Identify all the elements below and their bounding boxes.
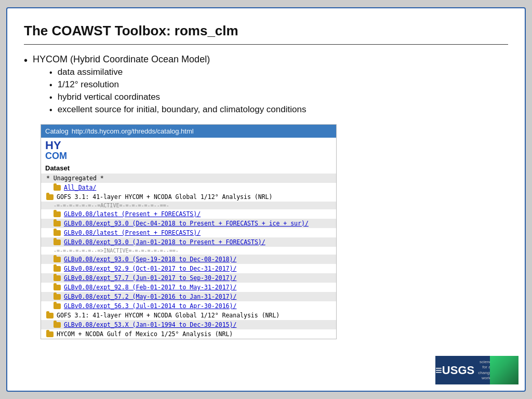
catalog-row: -=-=-=-=-=-=--=>INACTIVE=-=-=-=-=-=--==- xyxy=(41,247,336,255)
catalog-row: * Unaggregated * xyxy=(41,174,336,183)
catalog-row[interactable]: GLBv0.08/expt_53.X (Jan-01-1994 to Dec-3… xyxy=(41,320,336,329)
catalog-row: HYCOM + NCODA Gulf of Mexico 1/25° Analy… xyxy=(41,329,336,339)
catalog-row: GOFS 3.1: 41-layer HYCOM + NCODA Global … xyxy=(41,192,336,202)
folder-icon xyxy=(54,294,61,300)
folder-icon xyxy=(54,230,61,236)
folder-icon xyxy=(54,322,61,328)
catalog-row[interactable]: GLBu0.08/expt_93.0 (Sep-19-2018 to Dec-0… xyxy=(41,255,336,264)
dataset-label: Dataset xyxy=(41,163,336,174)
folder-icon xyxy=(54,275,61,281)
hycom-label: HYCOM (Hybrid Coordinate Ocean Model) xyxy=(33,54,210,64)
sub-bullet-hybrid: • hybrid vertical coordinates xyxy=(49,92,306,102)
catalog-row: GOFS 3.1: 41-layer HYCOM + NCODA Global … xyxy=(41,311,336,320)
catalog-row: -=-=-=-=-=-=--=ACTIVE=-=-=-=-=-=--==- xyxy=(41,202,336,209)
catalog-row[interactable]: GLBv0.08/expt_92.9 (Oct-01-2017 to Dec-3… xyxy=(41,264,336,273)
catalog-row[interactable]: GLBv0.08/latest (Present + FORECASTS)/ xyxy=(41,209,336,219)
catalog-row[interactable]: GLBv0.08/expt_57.2 (May-01-2016 to Jan-3… xyxy=(41,292,336,301)
hycom-hy: HY xyxy=(45,139,61,152)
catalog-link[interactable]: GLBu0.08/expt_93.0 (Sep-19-2018 to Dec-0… xyxy=(64,256,236,263)
catalog-text: HYCOM + NCODA Gulf of Mexico 1/25° Analy… xyxy=(57,330,233,338)
catalog-row[interactable]: GLBv0.08/expt_57.7 (Jun-01-2017 to Sep-3… xyxy=(41,273,336,283)
catalog-url-link[interactable]: http://tds.hycom.org/thredds/catalog.htm… xyxy=(72,127,194,135)
sub-bullet-source: • excellent source for initial, boundary… xyxy=(49,104,306,115)
catalog-link[interactable]: GLBv0.08/expt_57.2 (May-01-2016 to Jan-3… xyxy=(64,293,236,300)
usgs-right-decor xyxy=(490,356,518,384)
bullet-item-hycom: • HYCOM (Hybrid Coordinate Ocean Model) … xyxy=(24,54,508,117)
folder-icon xyxy=(54,266,61,272)
catalog-text: GOFS 3.1: 41-layer HYCOM + NCODA Global … xyxy=(57,312,280,319)
slide-container: The COAWST Toolbox: roms_clm • HYCOM (Hy… xyxy=(6,7,526,392)
catalog-link[interactable]: GLBv0.08/expt_93.0 (Jan-01-2018 to Prese… xyxy=(64,238,265,246)
catalog-row[interactable]: GLBv0.08/expt_92.8 (Feb-01-2017 to May-3… xyxy=(41,283,336,292)
catalog-link[interactable]: GLBv0.08/latest (Present + FORECASTS)/ xyxy=(64,210,201,218)
catalog-label: Catalog xyxy=(45,127,69,135)
folder-icon xyxy=(54,221,61,227)
catalog-link[interactable]: GLBv0.08/expt_57.7 (Jun-01-2017 to Sep-3… xyxy=(64,274,236,282)
folder-icon xyxy=(54,285,61,290)
folder-icon xyxy=(54,303,61,309)
catalog-row[interactable]: All_Data/ xyxy=(41,183,336,192)
catalog-link[interactable]: GLBv0.08/expt_93.0 (Dec-04-2018 to Prese… xyxy=(64,220,309,227)
catalog-link[interactable]: All_Data/ xyxy=(64,184,96,191)
catalog-link[interactable]: GLBv0.08/expt_53.X (Jan-01-1994 to Dec-3… xyxy=(64,321,236,328)
catalog-body: * Unaggregated *All_Data/GOFS 3.1: 41-la… xyxy=(41,174,336,339)
catalog-text: -=-=-=-=-=-=--=ACTIVE=-=-=-=-=-=--==- xyxy=(54,203,169,208)
sub-bullet-dot: • xyxy=(49,93,52,102)
sub-bullet-dot: • xyxy=(49,105,52,115)
bullet-dot: • xyxy=(24,55,28,66)
catalog-link[interactable]: GLBv0.08/expt_56.3 (Jul-01-2014 to Apr-3… xyxy=(64,302,236,310)
catalog-text: * Unaggregated * xyxy=(46,175,104,182)
hycom-com: COM xyxy=(45,151,67,161)
folder-icon xyxy=(54,185,61,191)
folder-icon xyxy=(54,257,61,262)
folder-icon xyxy=(46,313,54,318)
catalog-row[interactable]: GLBv0.08/latest (Present + FORECASTS)/ xyxy=(41,228,336,237)
hycom-logo-row: HYCOM xyxy=(41,138,336,163)
catalog-text: GOFS 3.1: 41-layer HYCOM + NCODA Global … xyxy=(57,193,272,201)
usgs-badge: ≡USGS science for a changing world xyxy=(435,356,518,384)
hycom-catalog-bar: Catalog http://tds.hycom.org/thredds/cat… xyxy=(41,125,336,138)
sub-bullet-resolution: • 1/12° resolution xyxy=(49,79,306,90)
catalog-link[interactable]: GLBv0.08/expt_92.9 (Oct-01-2017 to Dec-3… xyxy=(64,265,236,272)
sub-bullet-list: • data assimilative • 1/12° resolution •… xyxy=(49,67,306,115)
sub-bullet-dot: • xyxy=(49,81,52,90)
folder-icon xyxy=(54,240,61,245)
catalog-link[interactable]: GLBv0.08/latest (Present + FORECASTS)/ xyxy=(64,229,201,236)
catalog-link[interactable]: GLBv0.08/expt_92.8 (Feb-01-2017 to May-3… xyxy=(64,284,236,291)
usgs-text: ≡USGS xyxy=(435,364,474,377)
folder-icon xyxy=(54,211,61,217)
folder-icon xyxy=(46,331,54,337)
folder-icon xyxy=(46,194,54,200)
slide-title: The COAWST Toolbox: roms_clm xyxy=(24,23,508,45)
catalog-row[interactable]: GLBv0.08/expt_93.0 (Dec-04-2018 to Prese… xyxy=(41,219,336,228)
catalog-row[interactable]: GLBv0.08/expt_93.0 (Jan-01-2018 to Prese… xyxy=(41,237,336,247)
hycom-logo: HYCOM xyxy=(45,140,67,161)
sub-bullet-assimilative: • data assimilative xyxy=(49,67,306,77)
catalog-row[interactable]: GLBv0.08/expt_56.3 (Jul-01-2014 to Apr-3… xyxy=(41,301,336,311)
main-bullet-list: • HYCOM (Hybrid Coordinate Ocean Model) … xyxy=(24,54,508,117)
hycom-section: Catalog http://tds.hycom.org/thredds/cat… xyxy=(41,124,337,339)
catalog-text: -=-=-=-=-=-=--=>INACTIVE=-=-=-=-=-=--==- xyxy=(54,248,179,254)
sub-bullet-dot: • xyxy=(49,68,52,77)
